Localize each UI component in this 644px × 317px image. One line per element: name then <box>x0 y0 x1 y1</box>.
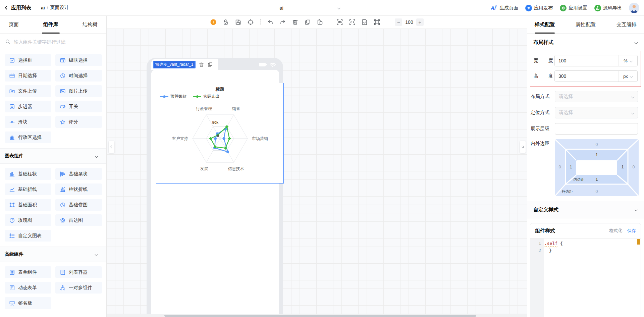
tab-property-config[interactable]: 属性配置 <box>576 16 596 34</box>
source-export-button[interactable]: 源码导出 <box>594 5 622 11</box>
publish-icon <box>525 5 532 11</box>
back-button[interactable]: 应用列表 <box>5 5 31 11</box>
css-code-editor[interactable]: 1 .self { 2 } <box>530 238 641 317</box>
save-icon[interactable] <box>235 19 241 25</box>
component-item-image-upload[interactable]: 图片上传 <box>55 85 102 97</box>
generate-page-button[interactable]: Ai 生成页面 <box>491 5 518 11</box>
legend-marker-icon <box>160 95 169 98</box>
delete-icon[interactable] <box>292 19 299 25</box>
component-item-stepper[interactable]: 步进器 <box>5 101 51 112</box>
component-item-file-upload[interactable]: 文件上传 <box>5 85 51 97</box>
component-name-tag[interactable]: 雷达图_vant_radar_1 <box>153 61 196 68</box>
height-unit-select[interactable]: px <box>618 71 637 82</box>
component-item-slider[interactable]: 滑块 <box>5 116 51 128</box>
canvas-grid-area[interactable]: 雷达图_vant_radar_1 标题 预算拨款 <box>107 29 527 317</box>
zoom-out-button[interactable]: − <box>395 18 402 26</box>
phone-screen[interactable]: 标题 预算拨款 实际支出 销售市场营销信息技术发展客户支持行政管理50k <box>151 70 279 317</box>
collapse-right-panel-button[interactable] <box>520 141 526 153</box>
svg-text:50k: 50k <box>212 120 219 124</box>
layout-style-section-header[interactable]: 布局样式 <box>527 34 644 51</box>
undo-icon[interactable] <box>267 19 274 25</box>
breadcrumb-separator: / <box>47 5 48 10</box>
legend-item-actual[interactable]: 实际支出 <box>193 94 219 99</box>
component-item-one-to-many[interactable]: 一对多组件 <box>55 282 102 294</box>
copy-icon[interactable] <box>207 62 213 67</box>
component-item-form[interactable]: 表单组件 <box>5 266 51 278</box>
component-item-switch[interactable]: 开关 <box>55 101 102 112</box>
legend-item-budget[interactable]: 预算拨款 <box>160 94 186 99</box>
delete-icon[interactable] <box>199 62 204 67</box>
frame-icon[interactable] <box>374 19 380 25</box>
generate-page-label: 生成页面 <box>499 5 518 11</box>
target-icon[interactable] <box>247 19 254 25</box>
dynamic-form-icon <box>9 285 15 291</box>
save-button[interactable]: 保存 <box>627 228 636 234</box>
component-item-district[interactable]: 行政区选择 <box>5 131 51 143</box>
component-item-time[interactable]: 时间选择 <box>55 70 102 82</box>
app-publish-label: 应用发布 <box>534 5 553 11</box>
z-level-row: 展示层级 <box>531 123 638 135</box>
redo-icon[interactable] <box>279 19 286 25</box>
phone-mockup: 雷达图_vant_radar_1 标题 预算拨款 <box>147 58 283 317</box>
horizontal-scrollbar-thumb[interactable] <box>164 315 476 317</box>
component-item-signboard[interactable]: 签名板 <box>5 297 51 309</box>
component-item-bar-line[interactable]: 柱状折线 <box>55 183 102 195</box>
component-item-basic-bar[interactable]: 基础柱状 <box>5 168 51 180</box>
component-item-basic-line[interactable]: 基础折线 <box>5 183 51 195</box>
tab-pages[interactable]: 页面 <box>5 16 23 34</box>
code-view-icon[interactable] <box>349 19 356 25</box>
source-export-label: 源码导出 <box>603 5 622 11</box>
back-icon <box>5 6 8 9</box>
component-item-date[interactable]: 日期选择 <box>5 70 51 82</box>
format-button[interactable]: 格式化 <box>609 228 622 234</box>
component-sidebar: 页面 组件库 结构树 选择框 级联选择 日期选择 时间选择 文件上传 图片上传 … <box>0 16 107 317</box>
height-input[interactable] <box>555 71 618 82</box>
avatar-icon[interactable] <box>629 3 639 13</box>
width-input[interactable] <box>555 55 618 66</box>
component-item-basic-pie[interactable]: 基础饼图 <box>55 199 102 211</box>
app-publish-button[interactable]: 应用发布 <box>525 5 553 11</box>
info-icon[interactable]: i <box>210 19 217 25</box>
tab-style-config[interactable]: 样式配置 <box>535 16 555 34</box>
page-selector[interactable]: ai <box>221 0 342 16</box>
component-item-custom-chart[interactable]: 自定义图表 <box>5 230 51 242</box>
preview-icon[interactable] <box>336 19 343 25</box>
layout-mode-select[interactable]: 请选择 <box>555 91 638 102</box>
component-item-dynamic-form[interactable]: 动态表单 <box>5 282 51 294</box>
list-container-icon <box>60 269 66 275</box>
stepper-icon <box>9 104 15 110</box>
component-item-radar[interactable]: 雷达图 <box>55 214 102 226</box>
component-item-basic-area[interactable]: 基础面积 <box>5 199 51 211</box>
position-mode-select[interactable]: 请选择 <box>555 107 638 118</box>
width-unit-select[interactable]: % <box>618 55 637 66</box>
svg-text:0: 0 <box>217 134 219 138</box>
breadcrumb-app[interactable]: ai <box>41 5 45 10</box>
paste-icon[interactable] <box>317 19 323 25</box>
component-item-checkbox[interactable]: 选择框 <box>5 54 51 66</box>
component-item-rating[interactable]: 评分 <box>55 116 102 128</box>
tab-structure-tree[interactable]: 结构树 <box>78 16 102 34</box>
component-item-rose[interactable]: 玫瑰图 <box>5 214 51 226</box>
component-item-basic-hbar[interactable]: 基础条状 <box>55 168 102 180</box>
svg-text:市场营销: 市场营销 <box>252 136 268 141</box>
component-item-list-container[interactable]: 列表容器 <box>55 266 102 278</box>
custom-style-section-header[interactable]: 自定义样式 <box>527 201 644 218</box>
collapse-left-panel-button[interactable] <box>109 141 114 153</box>
box-model-diagram[interactable]: 00001111内边距外边距 <box>555 139 639 196</box>
zoom-in-button[interactable]: + <box>416 18 424 26</box>
z-level-input[interactable] <box>555 123 638 135</box>
selected-radar-component[interactable]: 标题 预算拨款 实际支出 销售市场营销信息技术发展客户支持行政管理50k <box>156 83 284 183</box>
chevron-down-icon <box>630 74 633 78</box>
component-search-input[interactable] <box>14 39 101 45</box>
component-item-cascade[interactable]: 级联选择 <box>55 54 102 66</box>
doc-check-icon[interactable] <box>361 19 368 25</box>
unlock-icon[interactable] <box>222 19 229 25</box>
header-actions: Ai 生成页面 应用发布 应用设置 源码导出 <box>491 0 639 16</box>
tab-interaction-config[interactable]: 交互编排 <box>616 16 637 34</box>
copy-icon[interactable] <box>304 19 311 25</box>
app-settings-button[interactable]: 应用设置 <box>560 5 587 11</box>
tab-component-library[interactable]: 组件库 <box>39 16 62 34</box>
group-advanced-components[interactable]: 高级组件 <box>0 247 106 262</box>
group-chart-components[interactable]: 图表组件 <box>0 148 106 164</box>
chevron-down-icon <box>631 95 635 98</box>
